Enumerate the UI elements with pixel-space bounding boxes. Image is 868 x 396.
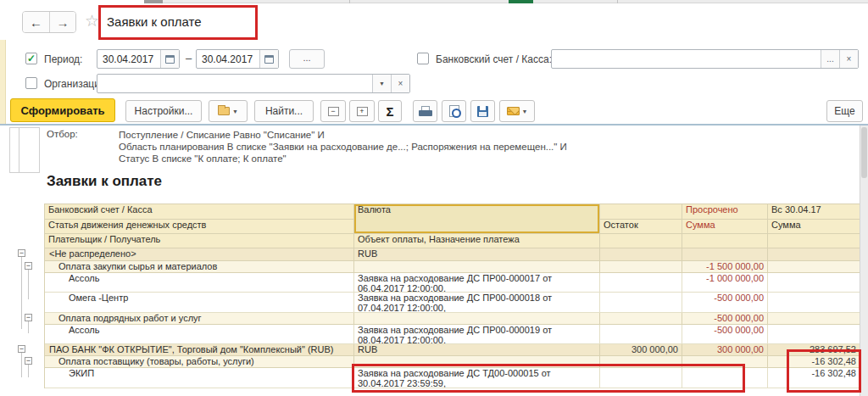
header-sum-overdue[interactable]: Сумма [682, 220, 768, 234]
scrollbar-thumb[interactable] [861, 127, 867, 178]
cell-sum[interactable]: 283 697,52 [768, 344, 860, 356]
cell-balance[interactable] [600, 325, 682, 344]
cell-sum[interactable]: -16 302,48 [768, 356, 860, 368]
cell-sum[interactable]: -16 302,48 [768, 368, 860, 388]
bank-account-checkbox[interactable] [417, 53, 429, 64]
period-to-input[interactable]: 30.04.2017 [196, 49, 279, 69]
report-variants-button[interactable]: ▼ [209, 100, 248, 122]
header-bank-account[interactable]: Банковский счет / Касса [45, 204, 354, 220]
cell-sum[interactable] [768, 248, 860, 261]
cell-sum[interactable] [768, 273, 860, 293]
cell-overdue[interactable]: -500 000,00 [682, 325, 768, 344]
header-cashflow-item[interactable]: Статья движения денежных средств [45, 220, 354, 234]
cell-overdue[interactable] [682, 368, 768, 388]
print-button[interactable] [413, 100, 437, 122]
organization-input[interactable]: ▼ × [97, 74, 410, 93]
cell-sum[interactable] [768, 293, 860, 313]
organization-checkbox[interactable] [25, 77, 37, 89]
cell-object[interactable] [354, 261, 600, 273]
collapse-expander-icon[interactable]: − [25, 357, 32, 365]
cell-balance[interactable] [600, 261, 682, 273]
cell-name[interactable]: Ассоль [45, 325, 354, 344]
period-checkbox[interactable]: ✓ [25, 53, 37, 64]
cell-object[interactable] [354, 356, 600, 368]
cell-name[interactable]: Оплата поставщику (товары, работы, услуг… [45, 356, 354, 368]
email-button[interactable]: ▼ [499, 100, 535, 122]
cell-name[interactable]: Оплата закупки сырья и материалов [45, 261, 354, 273]
period-from-input[interactable]: 30.04.2017 [97, 49, 180, 69]
cell-sum[interactable] [768, 325, 860, 344]
settings-button[interactable]: Настройки... [125, 100, 202, 122]
vertical-scrollbar[interactable] [860, 125, 868, 396]
cell-sum[interactable] [768, 313, 860, 325]
cell-overdue[interactable]: -500 000,00 [682, 293, 768, 313]
period-to-value[interactable]: 30.04.2017 [197, 53, 259, 65]
table-header: Банковский счет / Касса Валюта Просрочен… [45, 204, 860, 248]
cell-object[interactable]: Заявка на расходование ДС ТД00-000015 от… [354, 368, 600, 388]
cell-object[interactable] [354, 313, 600, 325]
find-button[interactable]: Найти... [254, 100, 314, 122]
cell-name[interactable]: Омега -Центр [45, 293, 354, 313]
cell-object[interactable]: RUB [354, 248, 600, 261]
cell-balance[interactable] [600, 368, 682, 388]
organization-clear-button[interactable]: × [391, 75, 409, 92]
header-empty-cell[interactable] [600, 234, 682, 248]
cell-object[interactable]: Заявка на расходование ДС ПР00-000017 от… [354, 273, 600, 293]
cell-overdue[interactable] [682, 356, 768, 368]
back-button[interactable]: ← [23, 12, 49, 32]
calendar-button[interactable] [259, 50, 278, 68]
organization-dropdown-button[interactable]: ▼ [372, 75, 391, 92]
forward-button[interactable]: → [49, 12, 75, 32]
header-currency-selected-cell[interactable]: Валюта [354, 204, 600, 234]
header-empty-cell[interactable] [600, 204, 682, 220]
cell-object[interactable]: RUB [354, 344, 600, 356]
expand-groups-button[interactable]: + [349, 100, 375, 122]
more-button[interactable]: Еще [826, 100, 863, 122]
cell-name[interactable]: ЭКИП [45, 368, 354, 388]
cell-balance[interactable] [600, 356, 682, 368]
cell-object[interactable]: Заявка на расходование ДС ПР00-000018 от… [354, 293, 600, 313]
cell-balance[interactable] [600, 273, 682, 293]
group-level-bracket[interactable] [9, 127, 40, 173]
header-date-column[interactable]: Вс 30.04.17 [768, 204, 860, 220]
header-payer[interactable]: Плательщик / Получатель [45, 234, 354, 248]
period-options-button[interactable]: ... [289, 49, 325, 69]
collapse-expander-icon[interactable]: − [18, 249, 25, 257]
collapse-expander-icon[interactable]: − [18, 345, 25, 353]
header-empty-cell[interactable] [682, 234, 768, 248]
save-button[interactable] [470, 100, 495, 122]
bank-account-select-button[interactable]: ... [821, 50, 839, 68]
cell-name[interactable]: Ассоль [45, 273, 354, 293]
preview-button[interactable] [442, 100, 466, 122]
bank-account-label: Банковский счет / Касса: [436, 53, 552, 65]
cell-name[interactable]: Оплата подрядных работ и услуг [45, 313, 354, 325]
cell-balance[interactable] [600, 248, 682, 261]
cell-object[interactable]: Заявка на расходование ДС ПР00-000019 от… [354, 325, 600, 344]
header-balance[interactable]: Остаток [600, 220, 682, 234]
cell-overdue[interactable]: 300 000,00 [682, 344, 768, 356]
bank-account-clear-button[interactable]: × [839, 50, 858, 68]
collapse-expander-icon[interactable]: − [25, 314, 32, 321]
collapse-groups-button[interactable]: − [320, 100, 346, 122]
cell-overdue[interactable]: -1 000 000,00 [682, 273, 768, 293]
cell-overdue[interactable]: -500 000,00 [682, 313, 768, 325]
cell-overdue[interactable] [682, 248, 768, 261]
header-empty-cell[interactable] [768, 234, 860, 248]
collapse-expander-icon[interactable]: − [25, 262, 32, 270]
cell-name[interactable]: ПАО БАНК "ФК ОТКРЫТИЕ", Торговый дом "Ко… [45, 344, 354, 356]
generate-button[interactable]: Сформировать [10, 98, 115, 122]
header-overdue[interactable]: Просрочено [682, 204, 768, 220]
sum-button[interactable]: Σ [378, 100, 402, 122]
header-sum-date[interactable]: Сумма [768, 220, 860, 234]
cell-balance[interactable]: 300 000,00 [600, 344, 682, 356]
cell-overdue[interactable]: -1 500 000,00 [682, 261, 768, 273]
calendar-button[interactable] [160, 50, 179, 68]
period-from-value[interactable]: 30.04.2017 [97, 53, 160, 65]
cell-balance[interactable] [600, 313, 682, 325]
bank-account-input[interactable]: ... × [551, 49, 859, 69]
header-payment-object[interactable]: Объект оплаты, Назначение платежа [354, 234, 600, 248]
cell-name[interactable]: <Не распределено> [45, 248, 354, 261]
cell-sum[interactable] [768, 261, 860, 273]
favorite-star-icon[interactable]: ☆ [85, 13, 99, 30]
cell-balance[interactable] [600, 293, 682, 313]
